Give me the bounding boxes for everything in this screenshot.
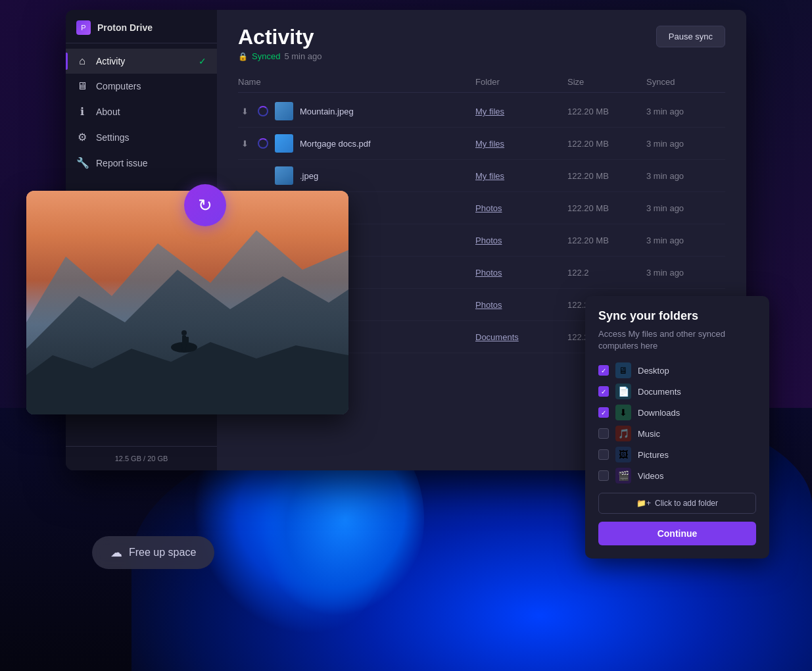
header-synced: Synced	[646, 77, 725, 87]
download-status-icon: ⬇	[238, 107, 251, 116]
sidebar-item-activity[interactable]: ⌂ Activity ✓	[66, 49, 217, 74]
folder-checkbox-documents[interactable]: ✓	[598, 386, 609, 397]
sync-fab-button[interactable]: ↻	[184, 184, 226, 226]
file-synced-time: 3 min ago	[646, 171, 684, 181]
file-synced-time: 3 min ago	[646, 139, 684, 149]
file-name-cell: ⬇ Mortgage docs.pdf	[238, 134, 475, 153]
folder-checkbox-downloads[interactable]: ✓	[598, 407, 609, 418]
music-folder-icon: 🎵	[615, 426, 631, 441]
file-size: 122.20 MB	[567, 107, 609, 116]
folder-item-videos: 🎬 Videos	[598, 468, 756, 484]
folder-name-videos: Videos	[638, 471, 664, 481]
folder-link[interactable]: Photos	[475, 268, 502, 278]
header-left: Activity 🔒 Synced 5 min ago	[238, 26, 322, 61]
folder-link[interactable]: Photos	[475, 236, 502, 245]
folder-checkbox-videos[interactable]	[598, 470, 609, 481]
file-synced-time: 3 min ago	[646, 107, 684, 116]
pause-sync-button[interactable]: Pause sync	[656, 26, 725, 47]
sync-refresh-icon: ↻	[198, 195, 212, 216]
videos-folder-icon: 🎬	[615, 468, 631, 484]
sync-panel-description: Access My files and other synced compute…	[598, 328, 756, 352]
folder-list: ✓ 🖥 Desktop ✓ 📄 Documents ✓ ⬇ Downloads …	[598, 362, 756, 484]
sidebar-item-about[interactable]: ℹ About	[66, 99, 217, 124]
spinner-icon	[258, 106, 268, 116]
sidebar-header: P Proton Drive	[66, 10, 217, 43]
pictures-folder-icon: 🖼	[615, 447, 631, 462]
storage-usage: 12.5 GB / 20 GB	[76, 455, 206, 462]
file-size: 122.20 MB	[567, 203, 609, 213]
free-up-space-button[interactable]: ☁ Free up space	[92, 536, 214, 569]
svg-point-6	[181, 330, 187, 336]
folder-link[interactable]: My files	[475, 171, 504, 181]
folder-link[interactable]: Photos	[475, 300, 502, 310]
report-icon: 🔧	[76, 157, 88, 169]
file-name-text: Mountain.jpeg	[300, 107, 354, 116]
downloads-folder-icon: ⬇	[615, 405, 631, 420]
table-row: .jpeg My files 122.20 MB 3 min ago	[238, 160, 725, 192]
sidebar-item-settings[interactable]: ⚙ Settings	[66, 124, 217, 150]
folder-name-music: Music	[638, 429, 660, 439]
sync-time: 5 min ago	[284, 51, 322, 61]
add-folder-label: Click to add folder	[655, 499, 718, 508]
folder-name-desktop: Desktop	[638, 366, 669, 376]
folder-name-downloads: Downloads	[638, 408, 680, 418]
sidebar-item-report[interactable]: 🔧 Report issue	[66, 150, 217, 176]
download-status-icon: ⬇	[238, 139, 251, 149]
desktop-folder-icon: 🖥	[615, 362, 631, 378]
file-thumbnail	[275, 134, 293, 153]
mountain-photo-overlay	[26, 191, 348, 414]
folder-checkbox-pictures[interactable]	[598, 449, 609, 460]
sidebar-item-computers[interactable]: 🖥 Computers	[66, 74, 217, 99]
folder-item-desktop: ✓ 🖥 Desktop	[598, 362, 756, 378]
folder-item-music: 🎵 Music	[598, 426, 756, 441]
settings-label: Settings	[96, 132, 206, 143]
documents-folder-icon: 📄	[615, 384, 631, 399]
folder-checkbox-desktop[interactable]: ✓	[598, 365, 609, 376]
file-name-text: Mortgage docs.pdf	[300, 139, 371, 149]
folder-checkbox-music[interactable]	[598, 428, 609, 439]
about-icon: ℹ	[76, 105, 88, 118]
folder-name-pictures: Pictures	[638, 450, 669, 460]
folder-link[interactable]: My files	[475, 139, 504, 149]
table-row: ⬇ Mortgage docs.pdf My files 122.20 MB 3…	[238, 128, 725, 160]
computers-label: Computers	[96, 81, 206, 91]
header-folder: Folder	[475, 77, 567, 87]
header-name: Name	[238, 77, 475, 87]
home-icon: ⌂	[76, 55, 88, 67]
continue-button[interactable]: Continue	[598, 522, 756, 545]
sync-check-icon: ✓	[199, 56, 206, 66]
activity-label: Activity	[96, 56, 191, 66]
folder-link[interactable]: Documents	[475, 332, 519, 342]
folder-item-downloads: ✓ ⬇ Downloads	[598, 405, 756, 420]
folder-link[interactable]: My files	[475, 107, 504, 116]
page-title: Activity	[238, 26, 322, 49]
file-name-cell: ⬇ Mountain.jpeg	[238, 102, 475, 120]
sync-panel-title: Sync your folders	[598, 309, 756, 323]
folder-item-pictures: 🖼 Pictures	[598, 447, 756, 462]
proton-logo-icon: P	[76, 20, 91, 35]
file-synced-time: 3 min ago	[646, 203, 684, 213]
content-header: Activity 🔒 Synced 5 min ago Pause sync	[217, 10, 746, 72]
file-size: 122.20 MB	[567, 139, 609, 149]
folder-link[interactable]: Photos	[475, 203, 502, 213]
spacer	[258, 170, 268, 181]
file-thumbnail	[275, 166, 293, 185]
folder-item-documents: ✓ 📄 Documents	[598, 384, 756, 399]
table-row: ⬇ Mountain.jpeg My files 122.20 MB 3 min…	[238, 95, 725, 128]
add-folder-button[interactable]: 📁+ Click to add folder	[598, 493, 756, 514]
spinner-icon	[258, 138, 268, 149]
file-synced-time: 3 min ago	[646, 236, 684, 245]
file-size: 122.2	[567, 268, 589, 278]
folder-name-documents: Documents	[638, 387, 681, 397]
computers-icon: 🖥	[76, 80, 88, 92]
file-thumbnail	[275, 102, 293, 120]
file-synced-time: 3 min ago	[646, 268, 684, 278]
app-title: Proton Drive	[97, 22, 153, 33]
about-label: About	[96, 107, 206, 117]
sync-status-bar: 🔒 Synced 5 min ago	[238, 51, 322, 61]
table-header: Name Folder Size Synced	[238, 72, 725, 93]
sync-folders-panel: Sync your folders Access My files and ot…	[585, 296, 769, 559]
free-space-label: Free up space	[129, 547, 196, 559]
report-label: Report issue	[96, 158, 206, 168]
cloud-icon: ☁	[110, 545, 122, 560]
